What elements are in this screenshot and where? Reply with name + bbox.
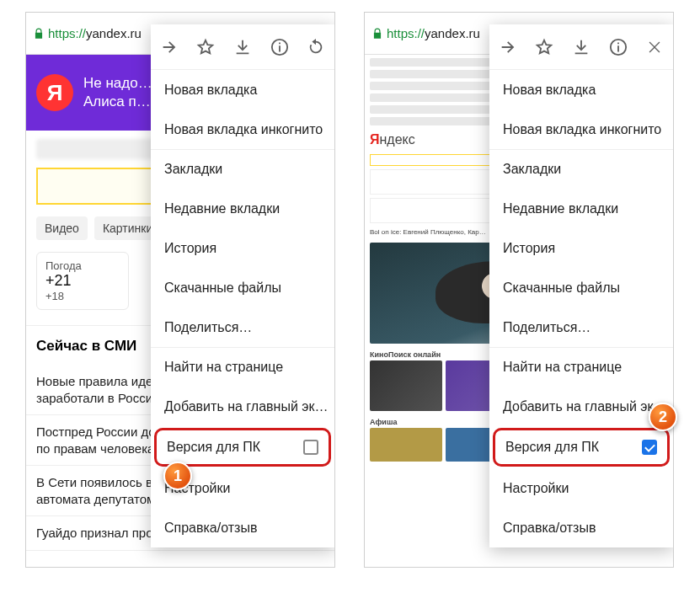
menu-share[interactable]: Поделиться… [151,307,334,347]
download-icon[interactable] [233,38,252,56]
menu-share[interactable]: Поделиться… [489,307,673,347]
menu-desktop-site-label: Версия для ПК [167,440,260,455]
menu-downloads[interactable]: Скачанные файлы [489,268,673,307]
url-host: yandex.ru [86,26,142,40]
menu-desktop-site-label: Версия для ПК [505,440,599,455]
menu-help[interactable]: Справка/отзыв [151,508,334,547]
bookmark-icon[interactable] [196,38,215,56]
menu-find[interactable]: Найти на странице [489,347,673,387]
menu-history[interactable]: История [489,228,673,268]
browser-menu: Новая вкладка Новая вкладка инкогнито За… [489,24,673,547]
menu-downloads[interactable]: Скачанные файлы [151,268,334,307]
close-icon[interactable] [645,38,664,56]
step-badge-1: 1 [163,462,192,490]
info-icon[interactable] [270,38,289,56]
url-protocol: https:// [387,26,425,40]
step-badge-2: 2 [649,403,677,431]
promo-text: Не надо… Алиса п… [83,74,152,111]
desktop-site-checkbox[interactable] [303,440,318,455]
url-host: yandex.ru [425,26,480,40]
thumb[interactable] [370,428,442,462]
desktop-site-checkbox[interactable] [642,440,657,455]
menu-desktop-site[interactable]: Версия для ПК [154,428,331,467]
menu-new-tab[interactable]: Новая вкладка [151,70,334,109]
menu-toolbar [151,24,334,70]
menu-recent-tabs[interactable]: Недавние вкладки [151,189,334,228]
menu-desktop-site[interactable]: Версия для ПК [493,428,670,467]
menu-recent-tabs[interactable]: Недавние вкладки [489,189,673,228]
menu-history[interactable]: История [151,228,334,268]
yandex-logo: Я [36,74,73,111]
weather-widget[interactable]: Погода +21 +18 [36,252,129,310]
lock-icon [371,28,383,40]
menu-help[interactable]: Справка/отзыв [489,508,673,547]
lock-icon [33,28,45,40]
screenshot-right: https://yandex.ru ЯЯндексндекс Bol on ic… [364,12,674,568]
menu-bookmarks[interactable]: Закладки [489,149,673,189]
menu-find[interactable]: Найти на странице [151,347,334,387]
forward-icon[interactable] [499,38,517,56]
weather-title: Погода [45,259,120,272]
menu-toolbar [489,24,673,70]
refresh-icon[interactable] [307,38,325,56]
menu-new-tab[interactable]: Новая вкладка [489,70,673,109]
bookmark-icon[interactable] [535,38,553,56]
info-icon[interactable] [609,38,628,56]
poster[interactable] [370,360,442,411]
weather-t2: +18 [45,290,120,302]
menu-bookmarks[interactable]: Закладки [151,149,334,189]
forward-icon[interactable] [160,38,179,56]
menu-add-home[interactable]: Добавить на главный эк… [151,387,334,426]
weather-t1: +21 [45,272,120,290]
download-icon[interactable] [572,38,590,56]
mini-blur [370,58,493,67]
menu-add-home[interactable]: Добавить на главный эк… [489,387,673,426]
menu-settings[interactable]: Настройки [489,468,673,508]
menu-new-incognito[interactable]: Новая вкладка инкогнито [489,109,673,149]
menu-new-incognito[interactable]: Новая вкладка инкогнито [151,109,334,149]
tab-video[interactable]: Видео [36,216,88,240]
url-protocol: https:// [48,26,86,40]
